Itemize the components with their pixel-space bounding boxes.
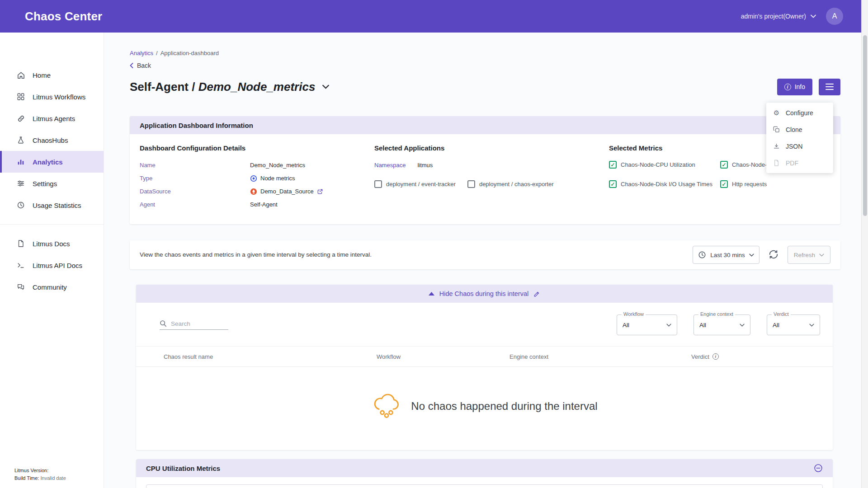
sidebar-item-litmus-api-docs[interactable]: Litmus API Docs — [0, 254, 104, 276]
checkbox-disk-io-times[interactable]: Chaos-Node-Disk I/O Usage Times — [609, 180, 720, 188]
chevron-down-icon — [740, 324, 745, 327]
config-row-type: Type Node metrics — [140, 174, 374, 183]
sidebar: Home Litmus Workflows Litmus Agents Chao… — [0, 33, 104, 488]
cpu-metrics-header: CPU Utilization Metrics — [136, 459, 833, 477]
verdict-filter-select[interactable]: Verdict All — [767, 314, 820, 335]
checkbox-chaos-exporter[interactable]: deployment / chaos-exporter — [467, 180, 554, 188]
title-actions: i Info — [777, 79, 840, 95]
analytics-icon — [16, 157, 25, 166]
column-verdict: Verdict i — [691, 353, 833, 360]
dashboard-info-header: Application Dashboard Information — [130, 116, 840, 134]
info-button[interactable]: i Info — [777, 79, 812, 95]
menu-item-label: Clone — [786, 126, 802, 133]
hide-chaos-toggle[interactable]: Hide Chaos during this interval — [439, 290, 528, 297]
cpu-chart-panel — [146, 484, 823, 488]
community-icon — [16, 282, 25, 291]
checkbox-checked-icon — [609, 180, 617, 188]
chevron-left-icon — [130, 63, 133, 68]
chevron-down-icon — [749, 253, 754, 257]
menu-item-json[interactable]: JSON — [766, 138, 833, 155]
refresh-button[interactable]: Refresh — [788, 246, 830, 264]
namespace-label[interactable]: Namespace — [374, 162, 406, 169]
sidebar-item-label: Litmus Workflows — [33, 93, 85, 101]
info-icon: i — [784, 84, 791, 90]
checkbox-checked-icon — [609, 161, 617, 169]
back-button[interactable]: Back — [130, 61, 840, 70]
empty-state: No chaos happened during the interval — [136, 367, 833, 450]
sidebar-item-label: Litmus Agents — [33, 115, 75, 122]
sidebar-item-label: Home — [33, 71, 51, 79]
gear-icon: ⚙ — [773, 109, 780, 117]
checkbox-http-requests[interactable]: Http requests — [720, 180, 840, 188]
namespace-row: Namespace litmus — [374, 161, 609, 169]
sidebar-item-settings[interactable]: Settings — [0, 173, 104, 194]
document-icon — [773, 160, 780, 166]
dashboard-info-body: Dashboard Configuration Details Name Dem… — [130, 134, 840, 224]
sidebar-item-analytics[interactable]: Analytics — [0, 151, 104, 173]
avatar[interactable]: A — [826, 8, 843, 25]
project-label: admin's project(Owner) — [741, 13, 806, 20]
topbar: Chaos Center admin's project(Owner) A — [0, 0, 868, 33]
sidebar-item-label: Community — [33, 283, 67, 291]
time-range-select[interactable]: Last 30 mins — [693, 246, 760, 264]
sidebar-item-home[interactable]: Home — [0, 64, 104, 86]
collapse-caret-icon[interactable] — [429, 292, 434, 296]
engine-context-filter-select[interactable]: Engine context All — [693, 314, 750, 335]
sidebar-item-litmus-agents[interactable]: Litmus Agents — [0, 108, 104, 129]
breadcrumb-analytics[interactable]: Analytics — [130, 50, 153, 56]
search-box — [160, 320, 228, 330]
sidebar-item-label: Analytics — [33, 158, 63, 166]
docs-icon — [16, 239, 25, 248]
breadcrumb-separator: / — [156, 50, 158, 56]
api-docs-icon — [16, 261, 25, 270]
sync-button[interactable] — [768, 249, 779, 262]
collapse-minus-icon[interactable] — [814, 464, 823, 473]
time-range-value: Last 30 mins — [710, 252, 745, 258]
node-metrics-icon — [250, 175, 257, 182]
chevron-down-icon — [819, 253, 824, 257]
scrollbar-thumb[interactable] — [863, 35, 867, 216]
vertical-scrollbar[interactable] — [861, 0, 868, 488]
dashboard-switcher-chevron-icon[interactable] — [322, 84, 329, 89]
menu-item-configure[interactable]: ⚙ Configure — [766, 104, 833, 121]
cloud-icon — [371, 391, 402, 421]
workflows-icon — [16, 92, 25, 101]
checkbox-event-tracker[interactable]: deployment / event-tracker — [374, 180, 456, 188]
sidebar-divider — [0, 224, 104, 225]
sync-icon — [769, 249, 778, 261]
page-title: Self-Agent / Demo_Node_metrics — [130, 80, 315, 94]
checkbox-cpu-utilization[interactable]: Chaos-Node-CPU Utilization — [609, 161, 720, 169]
time-interval-bar: View the chaos events and metrics in a g… — [130, 240, 840, 269]
menu-item-pdf[interactable]: PDF — [766, 155, 833, 171]
sidebar-item-community[interactable]: Community — [0, 276, 104, 298]
sidebar-item-label: Settings — [33, 180, 57, 188]
topbar-right: admin's project(Owner) A — [741, 8, 843, 25]
project-selector[interactable]: admin's project(Owner) — [741, 13, 816, 20]
workflow-filter-select[interactable]: Workflow All — [617, 314, 677, 335]
back-label: Back — [137, 62, 151, 69]
prometheus-icon — [250, 188, 257, 195]
sidebar-item-litmus-workflows[interactable]: Litmus Workflows — [0, 86, 104, 108]
sidebar-item-litmus-docs[interactable]: Litmus Docs — [0, 233, 104, 254]
cpu-metrics-title: CPU Utilization Metrics — [146, 465, 220, 472]
sidebar-item-chaoshubs[interactable]: ChaosHubs — [0, 129, 104, 151]
page-title-agent: Self-Agent / — [130, 80, 195, 94]
litmus-version-label: Litmus Version: — [14, 467, 66, 474]
chevron-down-icon — [811, 14, 816, 18]
app-title: Chaos Center — [25, 9, 102, 23]
search-input[interactable] — [171, 320, 221, 327]
info-button-label: Info — [795, 83, 805, 90]
more-options-button[interactable] — [819, 79, 840, 95]
build-time-label: Build Time: — [14, 475, 39, 481]
chaos-filters: Workflow All Engine context All Verdict … — [617, 314, 820, 335]
clone-icon — [773, 126, 780, 133]
external-link-icon[interactable] — [317, 188, 323, 195]
title-row: Self-Agent / Demo_Node_metrics i Info — [130, 77, 840, 97]
edit-pencil-icon[interactable] — [533, 291, 540, 297]
verdict-info-icon[interactable]: i — [712, 353, 719, 360]
sidebar-item-usage-statistics[interactable]: Usage Statistics — [0, 194, 104, 216]
menu-item-label: PDF — [786, 160, 798, 167]
download-icon — [773, 143, 780, 150]
sidebar-item-label: Litmus Docs — [33, 240, 70, 248]
menu-item-clone[interactable]: Clone — [766, 121, 833, 138]
